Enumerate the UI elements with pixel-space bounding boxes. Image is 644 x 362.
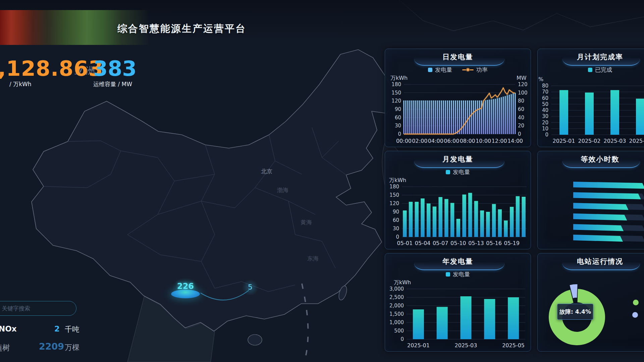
svg-text:2025-03: 2025-03 — [455, 342, 477, 349]
panel-monthly-plan-completion: 月计划完成率 已完成 01020304050607080%2025-012025… — [537, 49, 644, 147]
eco-nox-label: NOx — [0, 324, 17, 333]
eco-trees-value: 2209 — [39, 341, 64, 352]
panel-equivalent-hours: 等效小时数 — [537, 151, 644, 249]
panel-yearly-generation: 年发电量 发电量 05001,0001,5002,0002,5003,000万k… — [385, 253, 531, 352]
svg-text:500: 500 — [394, 328, 404, 334]
svg-text:05-01: 05-01 — [397, 240, 413, 246]
svg-text:0: 0 — [518, 131, 521, 137]
svg-text:2025-02: 2025-02 — [578, 138, 601, 144]
dashboard-stage: 综合智慧能源生产运营平台 亚洲 ,128.863 / 万kWh 383 运维容量… — [0, 0, 644, 362]
search-input[interactable] — [1, 301, 69, 315]
eco-trees-label: 植树 — [0, 343, 10, 353]
svg-text:05-04: 05-04 — [415, 240, 431, 246]
svg-text:2025-05: 2025-05 — [502, 342, 525, 349]
svg-text:150: 150 — [389, 192, 399, 198]
svg-text:80: 80 — [518, 98, 524, 104]
map-station-marker-large[interactable]: 226 — [169, 280, 202, 300]
daily-generation-chart: 0306090120150180020406080100120万kWhMW00:… — [385, 74, 531, 145]
svg-text:60: 60 — [542, 95, 548, 101]
svg-text:120: 120 — [389, 200, 399, 206]
panel-station-status: 电站运行情况 故障: 4.4% — [537, 253, 644, 352]
svg-text:70: 70 — [542, 89, 548, 95]
map-label-yellow-sea: 黄海 — [301, 219, 312, 226]
svg-text:12:00: 12:00 — [492, 138, 507, 144]
svg-text:万kWh: 万kWh — [394, 279, 411, 286]
map-station-marker-small[interactable]: 5 — [242, 280, 258, 296]
monthly-plan-chart: 01020304050607080%2025-012025-022025-032… — [538, 74, 644, 145]
svg-text:2,500: 2,500 — [389, 294, 404, 300]
svg-text:08:00: 08:00 — [460, 138, 475, 144]
svg-text:1,500: 1,500 — [389, 311, 404, 317]
svg-text:0: 0 — [400, 336, 404, 342]
svg-text:2025-01: 2025-01 — [407, 342, 430, 349]
svg-text:3,000: 3,000 — [389, 286, 404, 292]
svg-text:2025-01: 2025-01 — [553, 138, 575, 144]
svg-text:2,000: 2,000 — [389, 303, 404, 309]
legend-item-power[interactable]: 功率 — [462, 66, 488, 74]
svg-text:MW: MW — [517, 75, 527, 81]
legend-chip — [446, 170, 450, 174]
legend-chip — [428, 68, 432, 72]
svg-text:150: 150 — [391, 90, 401, 96]
svg-text:30: 30 — [542, 113, 548, 119]
svg-text:0: 0 — [398, 131, 401, 137]
svg-text:60: 60 — [518, 106, 524, 112]
legend-line-marker — [462, 69, 474, 70]
map-label-beijing: 北京 — [261, 168, 272, 175]
svg-text:06:00: 06:00 — [444, 138, 459, 144]
panel-daily-generation: 日发电量 发电量 功率 0306090120150180020406080100… — [385, 49, 531, 147]
legend-label: 已完成 — [595, 66, 612, 74]
legend-item-generation[interactable]: 发电量 — [446, 270, 470, 278]
legend-item-completed[interactable]: 已完成 — [588, 66, 612, 74]
donut-tooltip: 故障: 4.4% — [557, 304, 593, 320]
svg-text:%: % — [538, 76, 543, 82]
marker-count: 5 — [242, 283, 258, 291]
yearly-generation-chart: 05001,0001,5002,0002,5003,000万kWh2025-01… — [385, 279, 531, 350]
panel-monthly-generation: 月发电量 发电量 0306090120150180万kWh05-0105-040… — [385, 151, 531, 249]
svg-text:2025-03: 2025-03 — [604, 138, 626, 144]
svg-text:180: 180 — [391, 81, 401, 87]
panel-title: 月发电量 — [385, 155, 531, 164]
panel-title: 等效小时数 — [538, 155, 644, 164]
legend-label: 发电量 — [453, 168, 470, 176]
panel-title: 日发电量 — [385, 52, 531, 62]
legend-label: 功率 — [476, 66, 488, 74]
svg-text:05-16: 05-16 — [486, 240, 502, 246]
kpi-capacity-unit: 运维容量 / MW — [93, 80, 132, 88]
svg-text:05-10: 05-10 — [450, 240, 466, 246]
svg-text:60: 60 — [395, 115, 401, 121]
legend-label: 发电量 — [453, 270, 470, 278]
svg-text:20: 20 — [518, 123, 524, 129]
legend-item-generation[interactable]: 发电量 — [428, 66, 452, 74]
svg-text:14:00: 14:00 — [507, 138, 523, 144]
svg-text:30: 30 — [395, 123, 401, 129]
legend-chip — [446, 272, 450, 277]
legend-dot-normal[interactable] — [633, 300, 639, 305]
svg-text:50: 50 — [542, 101, 548, 107]
svg-text:万kWh: 万kWh — [390, 75, 408, 81]
hainan-island — [248, 335, 262, 345]
svg-text:120: 120 — [518, 81, 528, 87]
monthly-generation-chart: 0306090120150180万kWh05-0105-0405-0705-10… — [385, 177, 531, 248]
legend-dot-fault[interactable] — [632, 312, 638, 318]
page-title: 综合智慧能源生产运营平台 — [81, 22, 282, 36]
svg-text:80: 80 — [542, 83, 548, 89]
svg-text:0: 0 — [396, 234, 399, 240]
svg-text:20: 20 — [542, 120, 548, 126]
svg-text:10:00: 10:00 — [476, 138, 491, 144]
svg-text:05-07: 05-07 — [433, 240, 448, 246]
kpi-generation-value: ,128.863 — [0, 56, 103, 81]
svg-text:00:00: 00:00 — [396, 138, 412, 144]
kpi-capacity-value: 383 — [93, 56, 137, 81]
legend-line-dot — [466, 68, 470, 72]
panel-title: 电站运行情况 — [538, 257, 644, 266]
svg-text:万kWh: 万kWh — [389, 177, 406, 183]
svg-text:10: 10 — [542, 126, 548, 132]
panel-title: 月计划完成率 — [538, 52, 644, 62]
svg-text:04:00: 04:00 — [428, 138, 443, 144]
legend-item-generation[interactable]: 发电量 — [446, 168, 470, 176]
svg-text:1,000: 1,000 — [389, 319, 404, 325]
legend-label: 发电量 — [435, 66, 452, 74]
eco-nox-unit: 千吨 — [65, 324, 79, 335]
svg-text:60: 60 — [393, 217, 399, 223]
